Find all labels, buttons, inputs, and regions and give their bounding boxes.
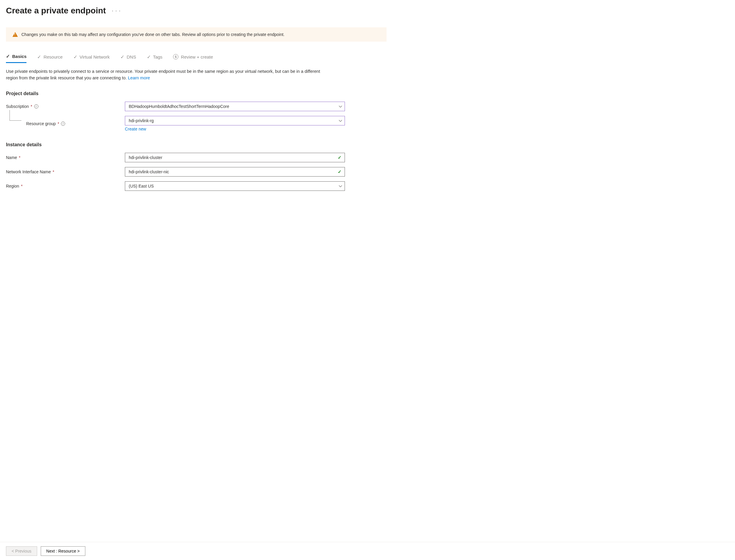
valid-check-icon: ✓ [338, 169, 341, 174]
instance-details-heading: Instance details [6, 142, 387, 147]
chevron-down-icon [339, 184, 342, 188]
nic-name-label: Network Interface Name [6, 169, 51, 174]
required-icon: * [21, 184, 22, 188]
region-row: Region * (US) East US [6, 181, 387, 191]
valid-check-icon: ✓ [338, 155, 341, 160]
tab-tags[interactable]: ✓ Tags [147, 54, 163, 63]
tab-review-create[interactable]: 6 Review + create [173, 54, 213, 63]
name-label: Name [6, 155, 17, 160]
tab-label: Basics [12, 54, 26, 59]
nic-name-value: hdi-privlink-cluster-nic [129, 169, 169, 174]
name-value: hdi-privlink-cluster [129, 155, 162, 160]
warning-text: Changes you make on this tab may affect … [21, 32, 284, 37]
page-title: Create a private endpoint [6, 6, 106, 15]
intro-text: Use private endpoints to privately conne… [6, 68, 333, 81]
required-icon: * [53, 169, 54, 174]
region-label: Region [6, 184, 19, 188]
resource-group-row: Resource group * i hdi-privlink-rg Creat… [6, 116, 387, 131]
checkmark-icon: ✓ [73, 54, 77, 60]
chevron-down-icon [339, 118, 342, 123]
more-icon[interactable]: · · · [112, 8, 121, 14]
tab-basics[interactable]: ✓ Basics [6, 54, 26, 63]
tabs: ✓ Basics ✓ Resource ✓ Virtual Network ✓ … [6, 54, 387, 63]
subscription-row: Subscription * i BDHadoopHumboldtAdhocTe… [6, 102, 387, 111]
resource-group-label: Resource group [26, 121, 56, 126]
create-new-link[interactable]: Create new [125, 127, 345, 131]
learn-more-link[interactable]: Learn more [128, 75, 150, 80]
checkmark-icon: ✓ [147, 54, 151, 60]
tab-dns[interactable]: ✓ DNS [120, 54, 136, 63]
tab-label: Virtual Network [80, 54, 110, 59]
checkmark-icon: ✓ [37, 54, 41, 60]
region-value: (US) East US [129, 184, 154, 188]
indent-line-icon [10, 110, 21, 121]
warning-banner: Changes you make on this tab may affect … [6, 27, 387, 42]
project-details-heading: Project details [6, 91, 387, 96]
intro-text-body: Use private endpoints to privately conne… [6, 69, 320, 80]
region-dropdown[interactable]: (US) East US [125, 181, 345, 191]
resource-group-dropdown[interactable]: hdi-privlink-rg [125, 116, 345, 125]
step-number-icon: 6 [173, 54, 178, 59]
subscription-label: Subscription [6, 104, 29, 109]
tab-label: Tags [153, 54, 163, 59]
nic-name-row: Network Interface Name * hdi-privlink-cl… [6, 167, 387, 177]
tab-label: Resource [43, 54, 62, 59]
required-icon: * [31, 104, 32, 109]
tab-resource[interactable]: ✓ Resource [37, 54, 62, 63]
tab-label: Review + create [181, 54, 213, 59]
required-icon: * [58, 121, 59, 126]
name-row: Name * hdi-privlink-cluster ✓ [6, 153, 387, 162]
subscription-dropdown[interactable]: BDHadoopHumboldtAdhocTestShortTermHadoop… [125, 102, 345, 111]
resource-group-value: hdi-privlink-rg [129, 118, 154, 123]
page-header: Create a private endpoint · · · [6, 6, 387, 15]
subscription-value: BDHadoopHumboldtAdhocTestShortTermHadoop… [129, 104, 229, 109]
checkmark-icon: ✓ [6, 54, 10, 59]
required-icon: * [19, 155, 20, 160]
warning-icon [12, 32, 18, 37]
chevron-down-icon [339, 104, 342, 109]
checkmark-icon: ✓ [120, 54, 124, 60]
info-icon[interactable]: i [61, 122, 65, 126]
nic-name-input[interactable]: hdi-privlink-cluster-nic ✓ [125, 167, 345, 177]
tab-label: DNS [127, 54, 136, 59]
tab-virtual-network[interactable]: ✓ Virtual Network [73, 54, 110, 63]
name-input[interactable]: hdi-privlink-cluster ✓ [125, 153, 345, 162]
info-icon[interactable]: i [34, 104, 38, 108]
